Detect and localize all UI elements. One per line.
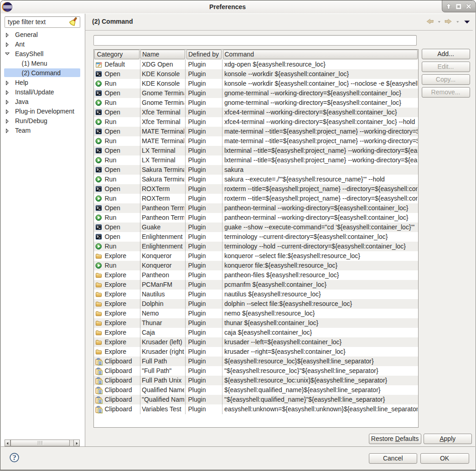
svg-text:?: ? xyxy=(12,453,16,462)
